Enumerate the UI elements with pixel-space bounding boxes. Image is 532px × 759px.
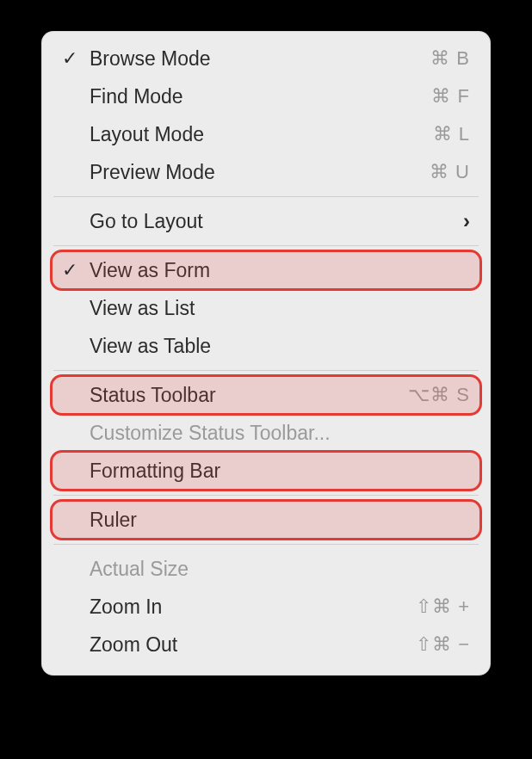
view-menu: ✓ Browse Mode ⌘ B Find Mode ⌘ F Layout M… [41, 31, 491, 676]
menu-item-label: View as Table [90, 335, 470, 358]
menu-item-label: View as Form [90, 259, 470, 282]
menu-item-layout-mode[interactable]: Layout Mode ⌘ L [41, 115, 491, 153]
menu-item-label: Browse Mode [90, 47, 430, 71]
menu-item-zoom-out[interactable]: Zoom Out ⇧⌘ − [41, 626, 491, 663]
menu-item-view-as-form[interactable]: ✓ View as Form [41, 251, 491, 289]
menu-item-formatting-bar[interactable]: Formatting Bar [41, 452, 491, 490]
menu-item-label: Preview Mode [90, 161, 430, 184]
keyboard-shortcut: ⇧⌘ − [416, 633, 470, 656]
keyboard-shortcut: ⇧⌘ + [416, 595, 470, 618]
menu-item-view-as-list[interactable]: View as List [41, 289, 491, 327]
check-icon: ✓ [62, 261, 77, 280]
menu-item-label: Status Toolbar [90, 384, 408, 407]
menu-item-find-mode[interactable]: Find Mode ⌘ F [41, 77, 491, 115]
menu-item-label: Customize Status Toolbar... [90, 422, 470, 445]
menu-item-zoom-in[interactable]: Zoom In ⇧⌘ + [41, 588, 491, 626]
menu-item-view-as-table[interactable]: View as Table [41, 327, 491, 365]
check-icon: ✓ [62, 49, 77, 68]
menu-item-label: Go to Layout [90, 210, 463, 233]
separator [53, 495, 479, 496]
keyboard-shortcut: ⌘ U [430, 161, 470, 183]
chevron-right-icon: › [463, 209, 470, 233]
menu-item-label: Zoom In [90, 595, 416, 619]
menu-item-label: Actual Size [90, 558, 470, 581]
menu-item-browse-mode[interactable]: ✓ Browse Mode ⌘ B [41, 40, 491, 77]
menu-item-preview-mode[interactable]: Preview Mode ⌘ U [41, 153, 491, 191]
menu-item-status-toolbar[interactable]: Status Toolbar ⌥⌘ S [41, 376, 491, 414]
separator [53, 544, 479, 545]
menu-item-label: Ruler [90, 509, 470, 532]
menu-item-label: Formatting Bar [90, 460, 470, 483]
keyboard-shortcut: ⌥⌘ S [408, 384, 470, 406]
keyboard-shortcut: ⌘ B [430, 47, 470, 70]
keyboard-shortcut: ⌘ F [431, 85, 470, 108]
separator [53, 196, 479, 197]
menu-item-label: Find Mode [90, 85, 431, 108]
menu-item-go-to-layout[interactable]: Go to Layout › [41, 202, 491, 240]
separator [53, 370, 479, 371]
menu-item-customize-status-toolbar: Customize Status Toolbar... [41, 414, 491, 452]
separator [53, 245, 479, 246]
menu-item-label: View as List [90, 297, 470, 320]
menu-item-label: Layout Mode [90, 123, 433, 146]
keyboard-shortcut: ⌘ L [433, 123, 470, 145]
menu-item-actual-size: Actual Size [41, 550, 491, 588]
menu-item-ruler[interactable]: Ruler [41, 501, 491, 539]
menu-item-label: Zoom Out [90, 633, 416, 657]
